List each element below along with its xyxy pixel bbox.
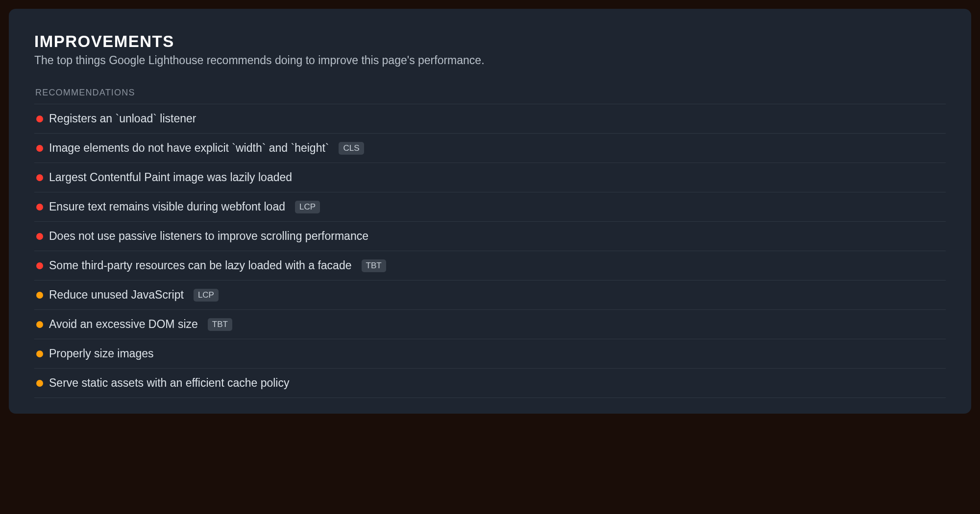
status-dot-icon bbox=[36, 262, 43, 269]
page-title: IMPROVEMENTS bbox=[34, 32, 946, 51]
list-item[interactable]: Largest Contentful Paint image was lazil… bbox=[34, 163, 946, 192]
list-item[interactable]: Ensure text remains visible during webfo… bbox=[34, 192, 946, 221]
metric-badge: TBT bbox=[362, 259, 386, 272]
list-item[interactable]: Some third-party resources can be lazy l… bbox=[34, 251, 946, 280]
item-text: Largest Contentful Paint image was lazil… bbox=[49, 171, 292, 184]
status-dot-icon bbox=[36, 116, 43, 122]
item-text: Reduce unused JavaScript bbox=[49, 288, 184, 302]
metric-badge: TBT bbox=[208, 318, 232, 331]
item-text: Image elements do not have explicit `wid… bbox=[49, 141, 329, 155]
status-dot-icon bbox=[36, 321, 43, 328]
item-text: Properly size images bbox=[49, 347, 153, 360]
item-text: Registers an `unload` listener bbox=[49, 112, 196, 125]
item-text: Does not use passive listeners to improv… bbox=[49, 230, 368, 243]
metric-badge: CLS bbox=[339, 142, 364, 155]
status-dot-icon bbox=[36, 380, 43, 387]
list-item[interactable]: Image elements do not have explicit `wid… bbox=[34, 133, 946, 163]
recommendations-list: Registers an `unload` listenerImage elem… bbox=[34, 104, 946, 398]
list-item[interactable]: Registers an `unload` listener bbox=[34, 104, 946, 133]
page-subtitle: The top things Google Lighthouse recomme… bbox=[34, 54, 946, 67]
item-text: Ensure text remains visible during webfo… bbox=[49, 200, 285, 213]
item-text: Avoid an excessive DOM size bbox=[49, 318, 198, 331]
status-dot-icon bbox=[36, 233, 43, 240]
list-item[interactable]: Serve static assets with an efficient ca… bbox=[34, 368, 946, 398]
status-dot-icon bbox=[36, 174, 43, 181]
list-item[interactable]: Avoid an excessive DOM sizeTBT bbox=[34, 309, 946, 339]
section-label: RECOMMENDATIONS bbox=[34, 88, 946, 98]
improvements-panel: IMPROVEMENTS The top things Google Light… bbox=[9, 9, 971, 414]
list-item[interactable]: Reduce unused JavaScriptLCP bbox=[34, 280, 946, 309]
item-text: Some third-party resources can be lazy l… bbox=[49, 259, 352, 272]
status-dot-icon bbox=[36, 204, 43, 210]
metric-badge: LCP bbox=[295, 201, 320, 213]
metric-badge: LCP bbox=[194, 289, 219, 302]
item-text: Serve static assets with an efficient ca… bbox=[49, 376, 289, 390]
list-item[interactable]: Does not use passive listeners to improv… bbox=[34, 221, 946, 251]
status-dot-icon bbox=[36, 292, 43, 299]
list-item[interactable]: Properly size images bbox=[34, 339, 946, 368]
status-dot-icon bbox=[36, 145, 43, 152]
status-dot-icon bbox=[36, 350, 43, 357]
